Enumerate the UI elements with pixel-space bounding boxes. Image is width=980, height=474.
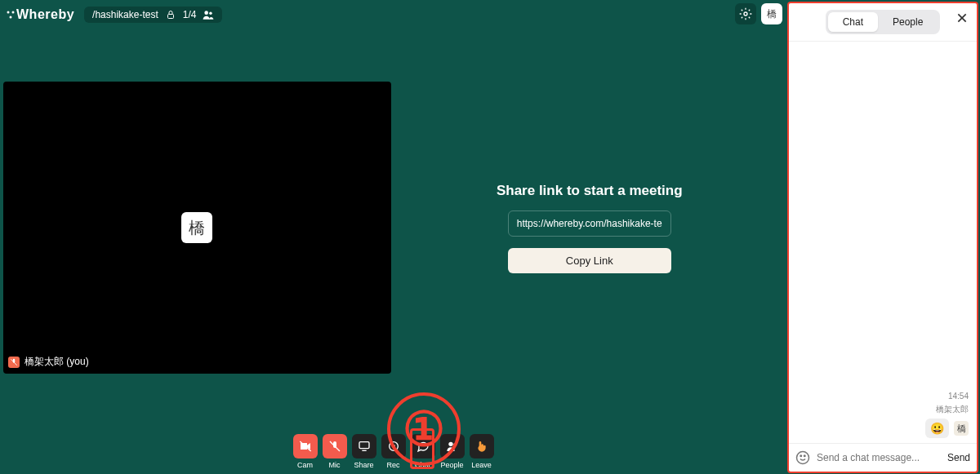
chat-input[interactable] xyxy=(817,452,941,463)
message-content: 😀 xyxy=(925,419,949,438)
self-name-label: 橋架太郎 (you) xyxy=(8,355,89,369)
svg-rect-3 xyxy=(167,15,173,19)
self-video-tile[interactable]: 橋 橋架太郎 (you) xyxy=(3,82,391,374)
annotation-chat-highlight xyxy=(410,428,434,469)
mic-label: Mic xyxy=(329,461,341,469)
people-label: People xyxy=(440,461,463,469)
share-button[interactable] xyxy=(352,434,376,458)
message-time: 14:54 xyxy=(948,392,969,401)
room-name: /hashikake-test xyxy=(92,9,158,20)
video-grid: 橋 橋架太郎 (you) Share link to start a meeti… xyxy=(3,82,783,374)
rec-label: Rec xyxy=(386,461,399,469)
cam-button[interactable] xyxy=(293,434,318,458)
svg-point-20 xyxy=(800,455,802,457)
chat-footer: Send xyxy=(789,443,977,472)
mic-button[interactable] xyxy=(323,434,347,458)
copy-link-button[interactable]: Copy Link xyxy=(508,248,671,273)
camera-off-icon xyxy=(299,440,312,453)
svg-point-0 xyxy=(7,11,10,14)
chat-panel: Chat People ② 14:54 橋架太郎 😀 橋 Send xyxy=(787,2,978,473)
screen-icon xyxy=(358,440,371,453)
svg-point-4 xyxy=(205,11,209,15)
mic-muted-icon xyxy=(8,357,20,368)
avatar-char: 橋 xyxy=(767,7,777,21)
panel-header: Chat People xyxy=(789,3,977,42)
tab-people[interactable]: People xyxy=(878,12,938,32)
participant-count: 1/4 xyxy=(183,9,197,20)
logo-dots-icon xyxy=(7,9,15,20)
message-avatar: 橋 xyxy=(954,421,969,436)
top-right-controls: 橋 xyxy=(735,3,782,24)
share-label: Share xyxy=(354,461,373,469)
share-panel: Share link to start a meeting Copy Link xyxy=(396,82,784,374)
svg-point-2 xyxy=(10,16,12,19)
message-sender: 橋架太郎 xyxy=(936,404,969,415)
close-icon xyxy=(956,11,969,24)
svg-point-21 xyxy=(804,455,806,457)
lock-icon xyxy=(165,9,176,20)
gear-icon xyxy=(739,7,752,20)
svg-point-5 xyxy=(210,12,213,16)
wave-icon xyxy=(475,440,488,453)
svg-point-1 xyxy=(12,11,15,14)
send-button[interactable]: Send xyxy=(947,452,970,463)
tab-chat[interactable]: Chat xyxy=(828,12,878,32)
room-info[interactable]: /hashikake-test 1/4 xyxy=(84,7,222,23)
profile-avatar-button[interactable]: 橋 xyxy=(761,3,782,24)
logo: Whereby xyxy=(7,7,74,22)
leave-button[interactable] xyxy=(470,434,494,458)
self-avatar: 橋 xyxy=(181,212,212,243)
emoji-picker-button[interactable] xyxy=(795,450,810,465)
panel-tabs: Chat People xyxy=(826,10,941,34)
people-icon xyxy=(203,9,214,20)
share-link-input[interactable] xyxy=(508,210,671,237)
logo-text: Whereby xyxy=(16,7,74,22)
cam-label: Cam xyxy=(297,461,313,469)
chat-body: ② 14:54 橋架太郎 😀 橋 xyxy=(789,42,977,443)
close-panel-button[interactable] xyxy=(956,11,969,24)
leave-label: Leave xyxy=(471,461,492,469)
svg-rect-11 xyxy=(359,442,369,449)
share-title: Share link to start a meeting xyxy=(497,183,683,199)
mic-off-icon xyxy=(328,440,341,453)
settings-button[interactable] xyxy=(735,3,756,24)
chat-message: 14:54 橋架太郎 😀 橋 xyxy=(925,392,969,438)
svg-point-19 xyxy=(797,452,809,464)
svg-point-6 xyxy=(744,12,747,16)
